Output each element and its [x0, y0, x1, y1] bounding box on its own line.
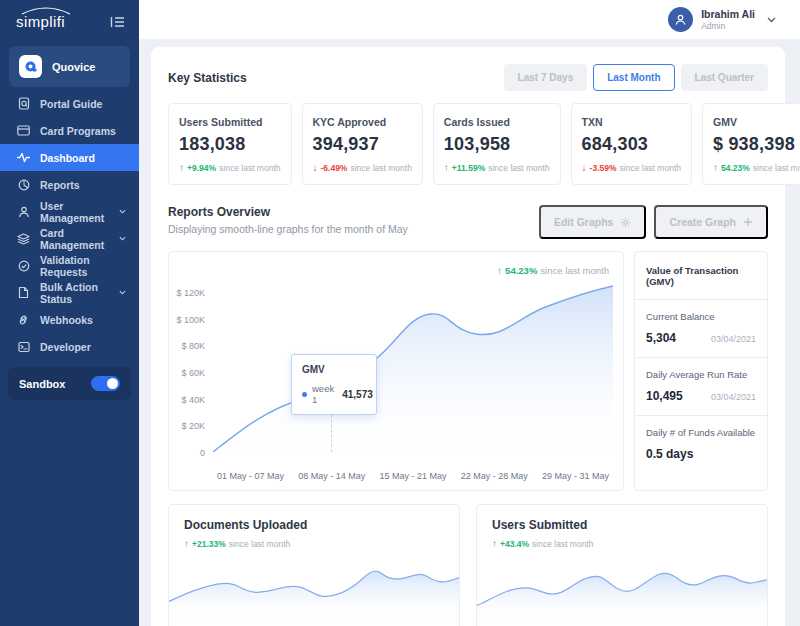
- chart-delta: ↑ 54.23% since last month: [497, 265, 609, 276]
- spark-card-title: Documents Uploaded: [184, 518, 444, 532]
- avatar[interactable]: [668, 7, 693, 32]
- sidebar-item-card-management[interactable]: Card Management: [0, 225, 139, 252]
- user-name: Ibrahim Ali: [701, 8, 755, 21]
- y-tick: 0: [200, 448, 205, 458]
- key-statistics-title: Key Statistics: [168, 71, 247, 85]
- key-statistics-header: Key Statistics Last 7 Days Last Month La…: [168, 64, 768, 91]
- panel-row-daily-average-run-rate: Daily Average Run Rate 10,495 03/04/2021: [635, 358, 767, 416]
- sidebar-item-bulk-action-status[interactable]: Bulk Action Status: [0, 279, 139, 306]
- y-axis-labels: $ 120K $ 100K $ 80K $ 60K $ 40K $ 20K 0: [169, 288, 205, 458]
- sidebar-item-label: Reports: [40, 179, 80, 191]
- stat-delta-note: since last month: [620, 163, 681, 173]
- edit-graphs-button[interactable]: Edit Graphs: [539, 205, 647, 239]
- stat-label: Users Submitted: [179, 116, 281, 128]
- y-tick: $ 60K: [181, 368, 205, 378]
- tooltip-title: GMV: [302, 364, 366, 375]
- sidebar-item-webhooks[interactable]: Webhooks: [0, 306, 139, 333]
- stat-value: 394,937: [313, 134, 412, 155]
- create-graph-button[interactable]: Create Graph: [654, 205, 768, 239]
- x-tick: 01 May - 07 May: [217, 471, 284, 481]
- layers-icon: [17, 233, 30, 245]
- sidebar-item-reports[interactable]: Reports: [0, 171, 139, 198]
- terminal-icon: [17, 341, 30, 353]
- app-logo-text: simplifi: [16, 13, 65, 30]
- sidebar-item-label: Validation Requests: [40, 254, 126, 278]
- sidebar-item-dashboard[interactable]: Dashboard: [0, 144, 139, 171]
- stat-value: 183,038: [179, 134, 281, 155]
- gmv-area-series: [213, 280, 613, 452]
- org-logo-icon: [19, 55, 42, 78]
- tooltip-value: 41,573: [342, 389, 373, 400]
- users-submitted-card[interactable]: Users Submitted ↑ +43.4% since last mont…: [476, 504, 768, 626]
- gmv-panel-title: Value of Transaction (GMV): [635, 252, 767, 300]
- sidebar-item-validation-requests[interactable]: Validation Requests: [0, 252, 139, 279]
- file-icon: [17, 286, 30, 299]
- stat-card-cards-issued: Cards Issued 103,958 ↑ +11.59% since las…: [433, 103, 561, 185]
- stat-delta-pct: +9.94%: [187, 163, 216, 173]
- chart-delta-note: since last month: [540, 265, 609, 276]
- documents-uploaded-card[interactable]: Documents Uploaded ↑ +21.33% since last …: [168, 504, 460, 626]
- edit-graphs-label: Edit Graphs: [554, 216, 614, 228]
- stat-delta-note: since last month: [350, 163, 411, 173]
- stat-card-txn: TXN 684,303 ↓ -3.59% since last month: [571, 103, 692, 185]
- panel-row-value: 10,495: [646, 389, 683, 403]
- chart-tooltip: GMV week 1 41,573: [291, 354, 377, 415]
- reports-overview-title: Reports Overview: [168, 205, 408, 219]
- filter-last-quarter[interactable]: Last Quarter: [681, 64, 768, 91]
- reports-overview-subtitle: Displaying smooth-line graphs for the mo…: [168, 223, 408, 235]
- toggle-knob: [107, 378, 118, 389]
- org-switcher[interactable]: Quovice: [9, 46, 130, 87]
- sidebar-logo-row: simplifi: [0, 0, 139, 38]
- gear-icon: [620, 217, 631, 228]
- spark-delta-pct: +21.33%: [192, 539, 226, 549]
- sidebar-item-card-programs[interactable]: Card Programs: [0, 117, 139, 144]
- user-icon: [17, 206, 30, 218]
- chevron-down-icon: [119, 209, 126, 214]
- stat-card-kyc-approved: KYC Approved 394,937 ↓ -6.49% since last…: [302, 103, 423, 185]
- sidebar-item-label: Card Management: [40, 227, 109, 251]
- x-axis-labels: 01 May - 07 May 08 May - 14 May 15 May -…: [213, 471, 613, 481]
- spark-card-delta: ↑ +43.4% since last month: [492, 538, 752, 549]
- down-arrow-icon: ↓: [582, 162, 587, 173]
- up-arrow-icon: ↑: [492, 538, 497, 549]
- bottom-cards-row: Documents Uploaded ↑ +21.33% since last …: [168, 504, 768, 626]
- sidebar-item-developer[interactable]: Developer: [0, 333, 139, 360]
- chart-plot-area: [213, 280, 613, 452]
- sidebar-item-label: Bulk Action Status: [40, 281, 109, 305]
- x-tick: 15 May - 21 May: [379, 471, 446, 481]
- sidebar-item-portal-guide[interactable]: Portal Guide: [0, 90, 139, 117]
- gmv-line-chart[interactable]: ↑ 54.23% since last month $ 120K $ 100K …: [168, 251, 624, 491]
- chevron-down-icon[interactable]: [767, 17, 776, 23]
- series-dot-icon: [302, 392, 307, 397]
- sidebar-item-user-management[interactable]: User Management: [0, 198, 139, 225]
- spark-card-title: Users Submitted: [492, 518, 752, 532]
- filter-last-7-days[interactable]: Last 7 Days: [504, 64, 588, 91]
- spark-delta-pct: +43.4%: [500, 539, 529, 549]
- stat-delta: ↑ +9.94% since last month: [179, 162, 281, 173]
- document-search-icon: [17, 97, 30, 110]
- sandbox-toggle[interactable]: [91, 376, 120, 391]
- credit-card-icon: [17, 125, 30, 136]
- sidebar-collapse-icon[interactable]: [110, 16, 125, 28]
- sandbox-label: Sandbox: [19, 378, 65, 390]
- stat-delta-pct: +11.59%: [452, 163, 485, 173]
- charts-row: ↑ 54.23% since last month $ 120K $ 100K …: [168, 251, 768, 491]
- stat-delta-note: since last month: [753, 163, 800, 173]
- spark-delta-note: since last month: [532, 539, 593, 549]
- link-icon: [17, 314, 30, 326]
- panel-row-date: 03/04/2021: [711, 392, 756, 402]
- stat-label: Cards Issued: [444, 116, 550, 128]
- top-header: Ibrahim Ali Admin: [139, 0, 800, 40]
- filter-last-month[interactable]: Last Month: [593, 64, 674, 91]
- users-submitted-sparkline: [477, 560, 767, 620]
- stat-delta: ↓ -6.49% since last month: [313, 162, 412, 173]
- stat-card-users-submitted: Users Submitted 183,038 ↑ +9.94% since l…: [168, 103, 292, 185]
- user-menu[interactable]: Ibrahim Ali Admin: [701, 8, 755, 31]
- sandbox-section: Sandbox: [8, 367, 131, 400]
- stat-delta: ↑ +11.59% since last month: [444, 162, 550, 173]
- tooltip-series-label: week 1: [312, 383, 334, 405]
- stat-delta: ↑ 54.23% since last month: [713, 162, 800, 173]
- app-logo: simplifi: [16, 13, 65, 30]
- stat-value: $ 938,398: [713, 134, 800, 155]
- time-filter-group: Last 7 Days Last Month Last Quarter: [504, 64, 768, 91]
